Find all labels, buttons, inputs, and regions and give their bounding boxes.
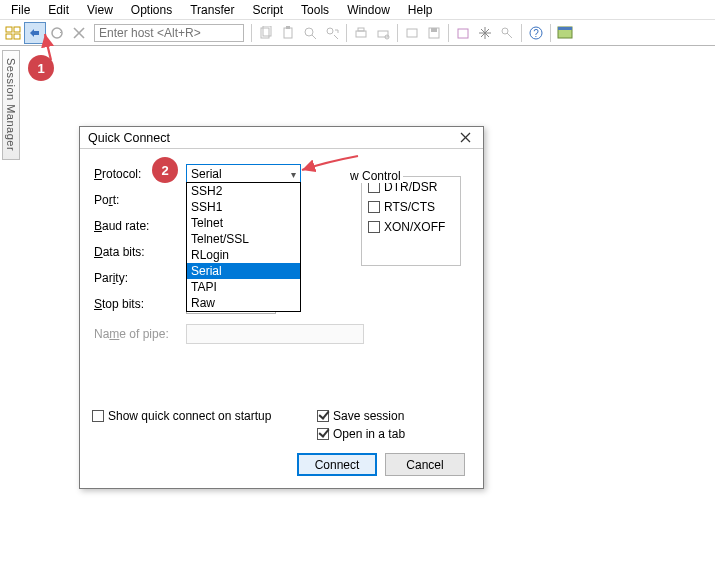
svg-line-6 [74, 28, 84, 38]
host-input[interactable] [94, 24, 244, 42]
protocol-option-serial[interactable]: Serial [187, 263, 300, 279]
svg-rect-19 [429, 28, 439, 38]
pipe-row: Name of pipe: [94, 321, 469, 347]
svg-rect-30 [558, 27, 572, 38]
protocol-option-telnetssl[interactable]: Telnet/SSL [187, 231, 300, 247]
svg-rect-1 [14, 27, 20, 32]
flow-rts-label: RTS/CTS [384, 200, 435, 214]
protocol-option-rlogin[interactable]: RLogin [187, 247, 300, 263]
checkbox-icon[interactable] [368, 201, 380, 213]
protocol-option-ssh2[interactable]: SSH2 [187, 183, 300, 199]
settings-icon[interactable] [474, 22, 496, 44]
svg-line-5 [74, 28, 84, 38]
flow-control-legend: w Control [348, 169, 403, 183]
protocol-value: Serial [191, 167, 222, 181]
svg-rect-7 [261, 28, 269, 38]
toolbar: ? [0, 20, 715, 46]
cancel-button[interactable]: Cancel [385, 453, 465, 476]
port-label: Port: [94, 193, 186, 207]
dialog-title: Quick Connect [88, 131, 170, 145]
save-session-check[interactable]: Save session [317, 409, 457, 423]
svg-rect-0 [6, 27, 12, 32]
session-manager-tab[interactable]: Session Manager [2, 50, 20, 160]
checkbox-icon[interactable] [92, 410, 104, 422]
protocol-option-telnet[interactable]: Telnet [187, 215, 300, 231]
stopbits-label: Stop bits: [94, 297, 186, 311]
checkbox-icon[interactable] [368, 221, 380, 233]
menu-edit[interactable]: Edit [39, 2, 78, 18]
flow-rts-row[interactable]: RTS/CTS [362, 197, 460, 217]
svg-rect-21 [458, 29, 468, 38]
svg-rect-3 [14, 34, 20, 39]
new-session-icon[interactable] [401, 22, 423, 44]
svg-line-12 [312, 35, 316, 39]
svg-rect-9 [284, 28, 292, 38]
svg-point-11 [305, 28, 313, 36]
print-icon[interactable] [350, 22, 372, 44]
flow-xon-label: XON/XOFF [384, 220, 445, 234]
protocol-select[interactable]: Serial ▾ [186, 164, 301, 184]
menu-help[interactable]: Help [399, 2, 442, 18]
close-icon[interactable] [453, 129, 477, 147]
help-icon[interactable]: ? [525, 22, 547, 44]
checkbox-icon[interactable] [317, 428, 329, 440]
menu-tools[interactable]: Tools [292, 2, 338, 18]
menu-view[interactable]: View [78, 2, 122, 18]
svg-rect-31 [558, 27, 572, 30]
session-manager-icon[interactable] [2, 22, 24, 44]
show-on-startup-check[interactable]: Show quick connect on startup [92, 409, 317, 423]
protocol-option-tapi[interactable]: TAPI [187, 279, 300, 295]
toolbar-separator [550, 24, 551, 42]
app-icon[interactable] [554, 22, 576, 44]
find-next-icon[interactable] [321, 22, 343, 44]
svg-text:?: ? [533, 28, 539, 39]
save-session-icon[interactable] [423, 22, 445, 44]
dialog-button-row: Connect Cancel [297, 453, 465, 476]
menu-transfer[interactable]: Transfer [181, 2, 243, 18]
svg-rect-15 [358, 28, 364, 31]
bottom-check-area: Show quick connect on startup Save sessi… [92, 409, 472, 445]
annotation-badge-1: 1 [28, 55, 54, 81]
flow-xon-row[interactable]: XON/XOFF [362, 217, 460, 237]
flow-control-group: w Control DTR/DSR RTS/CTS XON/XOFF [361, 176, 461, 266]
pipe-label: Name of pipe: [94, 327, 186, 341]
svg-rect-20 [431, 28, 437, 32]
toolbar-separator [448, 24, 449, 42]
pipe-input [186, 324, 364, 344]
svg-point-13 [327, 28, 333, 34]
toolbar-separator [346, 24, 347, 42]
disconnect-icon[interactable] [68, 22, 90, 44]
svg-point-28 [530, 27, 542, 39]
protocol-option-ssh1[interactable]: SSH1 [187, 199, 300, 215]
print-setup-icon[interactable] [372, 22, 394, 44]
menu-script[interactable]: Script [243, 2, 292, 18]
menu-file[interactable]: File [2, 2, 39, 18]
key-icon[interactable] [496, 22, 518, 44]
protocol-option-raw[interactable]: Raw [187, 295, 300, 311]
spacer [92, 427, 317, 441]
reconnect-icon[interactable] [46, 22, 68, 44]
svg-rect-14 [356, 31, 366, 37]
svg-line-27 [507, 33, 512, 38]
menu-bar: File Edit View Options Transfer Script T… [0, 0, 715, 20]
svg-rect-8 [263, 26, 271, 36]
protocol-dropdown[interactable]: SSH2 SSH1 Telnet Telnet/SSL RLogin Seria… [186, 182, 301, 312]
dialog-titlebar: Quick Connect [80, 127, 483, 149]
script-icon[interactable] [452, 22, 474, 44]
checkbox-icon[interactable] [317, 410, 329, 422]
paste-icon[interactable] [277, 22, 299, 44]
svg-rect-18 [407, 29, 417, 37]
svg-line-23 [481, 29, 489, 37]
svg-point-17 [385, 35, 389, 39]
find-icon[interactable] [299, 22, 321, 44]
open-in-tab-label: Open in a tab [333, 427, 405, 441]
menu-options[interactable]: Options [122, 2, 181, 18]
quick-connect-icon[interactable] [24, 22, 46, 44]
connect-button[interactable]: Connect [297, 453, 377, 476]
svg-point-26 [502, 28, 508, 34]
svg-line-22 [481, 29, 489, 37]
menu-window[interactable]: Window [338, 2, 399, 18]
copy-icon[interactable] [255, 22, 277, 44]
open-in-tab-check[interactable]: Open in a tab [317, 427, 457, 441]
svg-rect-16 [378, 31, 388, 37]
